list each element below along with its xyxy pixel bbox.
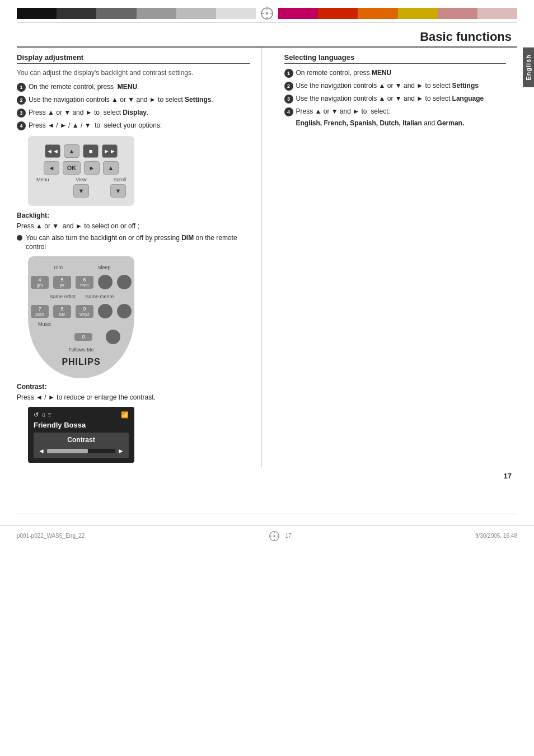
backlight-label: Backlight: — [17, 212, 250, 219]
remote-row-top: ◄◄ ▲ ■ ►► — [45, 144, 118, 158]
remote-labels-row: Menu View Scroll — [36, 177, 126, 182]
backlight-bullet-text: You can also turn the backlight on or of… — [26, 233, 250, 252]
btn-rewind: ◄◄ — [45, 144, 60, 158]
display-adjustment-intro: You can adjust the display's backlight a… — [17, 68, 250, 78]
philips-btn-6: 6mno — [76, 276, 93, 289]
deco-block-6 — [216, 8, 256, 19]
remote-row-bottom: ▼ ▼ — [36, 184, 126, 198]
lang-step-2-text: Use the navigation controls ▲ or ▼ and ►… — [296, 81, 518, 91]
step-4-text: Press ◄ / ► / ▲ / ▼ to select your optio… — [29, 121, 250, 130]
lang-step-4-circle: 4 — [284, 107, 293, 116]
label-menu: Menu — [36, 177, 49, 182]
step-2-circle: 2 — [17, 96, 26, 105]
selecting-languages-heading: Selecting languages — [284, 53, 507, 64]
main-content: Display adjustment You can adjust the di… — [0, 48, 534, 467]
btn-up-top: ▲ — [64, 144, 79, 158]
screen-menu-area: Contrast ◄ ► — [34, 433, 129, 458]
philips-row-456: 4ghi 5jkl 6mno — [31, 275, 132, 289]
philips-btn-0: 0 — [74, 333, 92, 341]
slider-arrow-right: ► — [118, 447, 124, 455]
philips-btn-5: 5jkl — [53, 276, 71, 289]
lang-step-1: 1 On remote control, press MENU — [284, 68, 518, 78]
step-4-circle: 4 — [17, 121, 26, 130]
philips-btn-7: 7pqrs — [31, 305, 49, 318]
philips-btn-8: 8tuv — [53, 305, 71, 318]
same-genre-label: Same Genre — [85, 294, 114, 299]
step-3-text: Press ▲ or ▼ and ► to select Display. — [29, 108, 250, 118]
music-label: Music — [37, 321, 51, 327]
btn-right: ► — [84, 161, 100, 175]
compass-icon-left — [260, 7, 274, 20]
btn-scroll-up: ▲ — [103, 161, 119, 175]
label-scroll: Scroll — [113, 177, 126, 182]
lang-step-2-circle: 2 — [284, 82, 293, 91]
lang-step-4: 4 Press ▲ or ▼ and ► to select: English,… — [284, 107, 518, 128]
btn-ok: OK — [63, 161, 81, 175]
deco-block-4 — [137, 8, 176, 19]
remote-row-mid: ◄ OK ► ▲ — [44, 161, 119, 175]
step-1-circle: 1 — [17, 83, 26, 92]
philips-row-789: 7pqrs 8tuv 9wxyz — [31, 304, 132, 318]
bottom-center-text: 17 — [285, 533, 292, 539]
screen-icon-2: ♫ — [41, 411, 45, 418]
slider-track — [47, 449, 115, 453]
remote-philips-diagram: Dim Sleep 4ghi 5jkl 6mno Sam — [28, 256, 134, 378]
top-decorative-bar — [0, 0, 534, 22]
display-step-3: 3 Press ▲ or ▼ and ► to select Display. — [17, 108, 250, 118]
philips-btn-9: 9wxyz — [76, 305, 93, 318]
same-artist-label: Same Artist — [49, 294, 75, 299]
right-column: English Selecting languages 1 On remote … — [279, 48, 518, 467]
btn-ff: ►► — [102, 144, 118, 158]
philips-sleep-label: Sleep — [90, 265, 118, 270]
lang-step-3: 3 Use the navigation controls ▲ or ▼ and… — [284, 94, 518, 104]
screen-icon-3: ≡ — [48, 411, 51, 418]
philips-brand: PHILIPS — [62, 357, 100, 367]
deco-block-5 — [176, 8, 216, 19]
deco-block-2 — [57, 8, 96, 19]
step-2-text: Use the navigation controls ▲ or ▼ and ►… — [29, 95, 250, 105]
backlight-step1: Press ▲ or ▼ and ► to select on or off ; — [17, 222, 250, 231]
page-number: 17 — [0, 467, 534, 480]
bottom-rule — [17, 514, 517, 514]
btn-scroll-down: ▼ — [110, 184, 126, 198]
philips-round-2 — [117, 275, 132, 289]
contrast-text: Press ◄ / ► to reduce or enlarge the con… — [17, 393, 250, 402]
step-3-circle: 3 — [17, 109, 26, 118]
bottom-area: p001-p022_WAS5_Eng_22 17 9/30/2005, 16:4… — [0, 525, 534, 546]
btn-down: ▼ — [73, 184, 89, 198]
display-adjustment-heading: Display adjustment — [17, 53, 250, 64]
follows-me-label: Follows Me — [68, 347, 94, 353]
screen-icon-1: ↺ — [34, 411, 39, 419]
display-screen-mockup: ↺ ♫ ≡ 📶 Friendly Bossa Contrast ◄ ► — [28, 407, 134, 463]
lang-step-3-circle: 3 — [284, 95, 293, 104]
btn-left: ◄ — [44, 161, 59, 175]
deco-block-1 — [17, 8, 57, 19]
screen-title: Friendly Bossa — [34, 421, 129, 429]
deco-block-11 — [438, 8, 477, 19]
bottom-compass-icon — [269, 530, 280, 542]
lang-step-1-circle: 1 — [284, 69, 293, 78]
deco-block-3 — [96, 8, 136, 19]
philips-row-labels: Dim Sleep — [44, 264, 118, 271]
bottom-right-text: 9/30/2005, 16:48 — [475, 533, 517, 539]
screen-menu-title: Contrast — [38, 436, 124, 444]
page-num-text: 17 — [504, 472, 512, 480]
step-1-text: On the remote control, press MENU. — [29, 82, 250, 92]
philips-round-5 — [106, 330, 120, 344]
remote-nav-diagram: ◄◄ ▲ ■ ►► ◄ OK ► ▲ Menu View — [28, 136, 134, 206]
bullet-dot — [17, 235, 22, 241]
backlight-bullet: You can also turn the backlight on or of… — [17, 233, 250, 252]
slider-fill — [47, 449, 88, 453]
label-view: View — [76, 177, 86, 182]
slider-arrow-left: ◄ — [38, 447, 45, 455]
lang-step-1-text: On remote control, press MENU — [296, 68, 518, 78]
screen-top-row: ↺ ♫ ≡ 📶 — [34, 411, 129, 419]
philips-row-0: 0 — [42, 330, 120, 344]
deco-block-9 — [358, 8, 397, 19]
svg-point-7 — [273, 535, 275, 537]
screen-icons: ↺ ♫ ≡ — [34, 411, 51, 419]
display-step-2: 2 Use the navigation controls ▲ or ▼ and… — [17, 95, 250, 105]
deco-block-7 — [278, 8, 318, 19]
svg-point-1 — [266, 12, 268, 15]
left-column: Display adjustment You can adjust the di… — [17, 48, 262, 467]
